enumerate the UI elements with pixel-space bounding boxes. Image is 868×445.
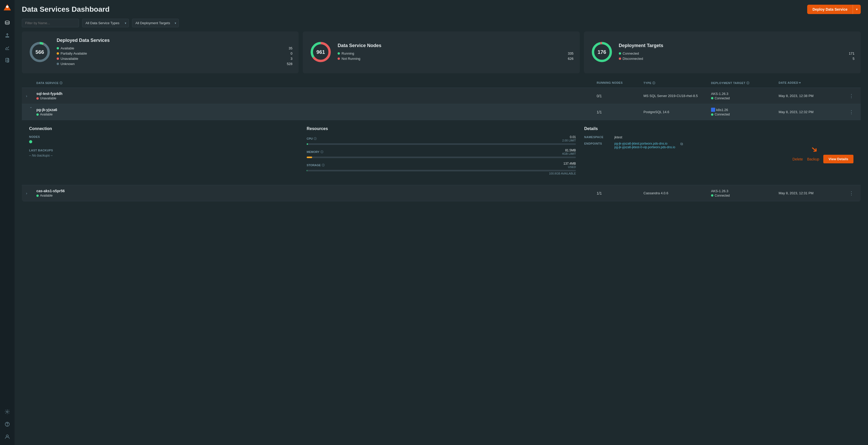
sidebar-item-user[interactable]	[2, 432, 12, 442]
nodes-donut: 961	[309, 40, 332, 64]
name-filter-input[interactable]	[22, 19, 79, 27]
summary-cards: 566 Deployed Data Services Available 35 …	[22, 31, 861, 73]
endpoints-label: ENDPOINTS	[584, 142, 610, 149]
sidebar-item-help[interactable]	[2, 419, 12, 429]
deploy-dropdown-toggle[interactable]: ▾	[852, 5, 861, 14]
copy-endpoints-icon[interactable]: ⧉	[680, 142, 683, 149]
status-dot	[36, 195, 39, 197]
memory-progress-bg	[307, 156, 576, 158]
target-cell: AKS-1.26.3 Connected	[711, 92, 779, 100]
deployed-services-card: 566 Deployed Data Services Available 35 …	[22, 31, 299, 73]
service-status: Available	[36, 113, 597, 116]
memory-label: MEMORY ⓘ	[307, 150, 323, 154]
cpu-progress-fill	[307, 143, 308, 145]
targets-card: 176 Deployment Targets Connected 171 Dis…	[584, 31, 861, 73]
row-expand-icon[interactable]: ›	[26, 191, 36, 195]
svg-point-9	[6, 435, 8, 437]
memory-progress-fill	[307, 156, 312, 158]
svg-point-0	[6, 5, 8, 8]
service-status: Unavailable	[36, 96, 597, 100]
storage-resource: STORAGE ⓘ 137.4MB USED	[307, 162, 576, 175]
row-collapse-icon[interactable]: ›	[29, 107, 33, 117]
delete-button[interactable]: Delete	[793, 157, 803, 161]
target-status: Connected	[711, 194, 779, 198]
target-filter-select[interactable]: All Deployment Targets	[132, 19, 179, 27]
table-row[interactable]: › pg-jk-yjxza6 Available 1/1 PostgreSQL …	[22, 104, 861, 120]
resources-section: Resources CPU ⓘ 0.01 2.00 LI	[307, 126, 576, 179]
endpoint-2[interactable]: pg-jk-yjxza6-jktest-0-vip.portworx.pds-d…	[614, 145, 675, 149]
sidebar-bottom	[2, 407, 12, 442]
service-type: MS SQL Server 2019-CU18-rhel-8.5	[644, 94, 711, 98]
connection-title: Connection	[29, 126, 298, 131]
k8s-icon	[711, 108, 715, 112]
deployed-donut: 566	[28, 40, 52, 64]
target-status-dot	[711, 97, 713, 99]
filters-bar: All Data Service Types All Deployment Ta…	[14, 18, 868, 31]
table-header: DATA SERVICE ⓘ RUNNING NODES TYPE ⓘ DEPL…	[22, 79, 861, 88]
service-cell: pg-jk-yjxza6 Available	[36, 108, 597, 116]
table-row[interactable]: › cas-aks1-s5pr56 Available 1/1 Cassandr…	[22, 185, 861, 201]
sidebar-item-upload[interactable]	[2, 30, 12, 40]
deploy-data-service-button[interactable]: Deploy Data Service	[807, 5, 852, 14]
service-name: pg-jk-yjxza6	[36, 108, 597, 112]
targets-stat-disconnected: Disconnected 5	[619, 57, 855, 61]
sidebar	[0, 0, 14, 445]
service-name: cas-aks1-s5pr56	[36, 189, 597, 193]
running-dot	[338, 52, 340, 55]
running-nodes: 1/1	[597, 191, 644, 195]
cpu-value: 0.01	[562, 135, 576, 139]
storage-progress-fill	[307, 170, 307, 171]
sidebar-item-database[interactable]	[2, 18, 12, 28]
type-filter-wrapper: All Data Service Types	[82, 19, 129, 27]
nodes-stat-running: Running 335	[338, 52, 573, 55]
cpu-resource: CPU ⓘ 0.01 2.00 LIMIT	[307, 135, 576, 145]
target-filter-wrapper: All Deployment Targets	[132, 19, 179, 27]
nodes-title: Data Service Nodes	[338, 43, 573, 48]
view-details-button[interactable]: View Details	[823, 155, 854, 163]
table-row[interactable]: › sql-test-fyp4dh Unavailable 0/1 MS SQL…	[22, 88, 861, 104]
col-type: TYPE ⓘ	[644, 81, 711, 85]
details-title: Details	[584, 126, 854, 131]
backups-value: – No backups –	[29, 153, 298, 157]
target-status-dot	[711, 113, 713, 116]
details-section: Details NAMESPACE jktest ENDPOINTS pg-jk…	[584, 126, 854, 179]
expanded-row-content: Connection NODES LAST BACKUPS – No backu…	[22, 120, 861, 185]
running-nodes: 1/1	[597, 110, 644, 114]
namespace-value: jktest	[614, 135, 622, 139]
memory-value: 81.5MB	[562, 149, 576, 152]
connected-dot	[619, 52, 621, 55]
deployed-stat-available: Available 35	[57, 46, 292, 50]
backup-button[interactable]: Backup	[807, 157, 819, 161]
target-status: Connected	[711, 113, 779, 116]
date-added: May 8, 2023, 12:31 PM	[779, 191, 846, 195]
nodes-stat-not-running: Not Running 626	[338, 57, 573, 61]
deployed-stat-unavailable: Unavailable 3	[57, 57, 292, 61]
page-title: Data Services Dashboard	[22, 5, 110, 13]
row-more-button[interactable]: ⋮	[846, 109, 857, 115]
sidebar-logo[interactable]	[3, 3, 12, 12]
date-added: May 8, 2023, 12:32 PM	[779, 110, 846, 114]
sidebar-item-settings[interactable]	[2, 407, 12, 417]
svg-point-1	[5, 21, 9, 22]
status-dot	[36, 113, 39, 116]
row-expand-icon[interactable]: ›	[26, 94, 36, 98]
deployed-stat-partial: Partially Available 0	[57, 52, 292, 55]
action-row: ➜ Delete Backup View Details	[584, 152, 854, 163]
row-more-button[interactable]: ⋮	[846, 93, 857, 99]
type-filter-select[interactable]: All Data Service Types	[82, 19, 129, 27]
targets-stat-connected: Connected 171	[619, 52, 855, 55]
row-more-button[interactable]: ⋮	[846, 190, 857, 196]
deploy-button-group: Deploy Data Service ▾	[807, 5, 861, 14]
main-content: Data Services Dashboard Deploy Data Serv…	[14, 0, 868, 445]
content-area: 566 Deployed Data Services Available 35 …	[14, 31, 868, 445]
running-nodes: 0/1	[597, 94, 644, 98]
disconnected-dot	[619, 57, 621, 60]
endpoint-1[interactable]: pg-jk-yjxza6-jktest.portworx.pds-dns.io	[614, 142, 675, 145]
cpu-progress-bg	[307, 143, 576, 145]
unknown-dot	[57, 63, 59, 65]
nodes-info: Data Service Nodes Running 335 Not Runni…	[338, 43, 573, 62]
svg-rect-3	[6, 58, 8, 62]
sidebar-item-documents[interactable]	[2, 55, 12, 65]
sidebar-item-analytics[interactable]	[2, 43, 12, 53]
targets-title: Deployment Targets	[619, 43, 855, 48]
